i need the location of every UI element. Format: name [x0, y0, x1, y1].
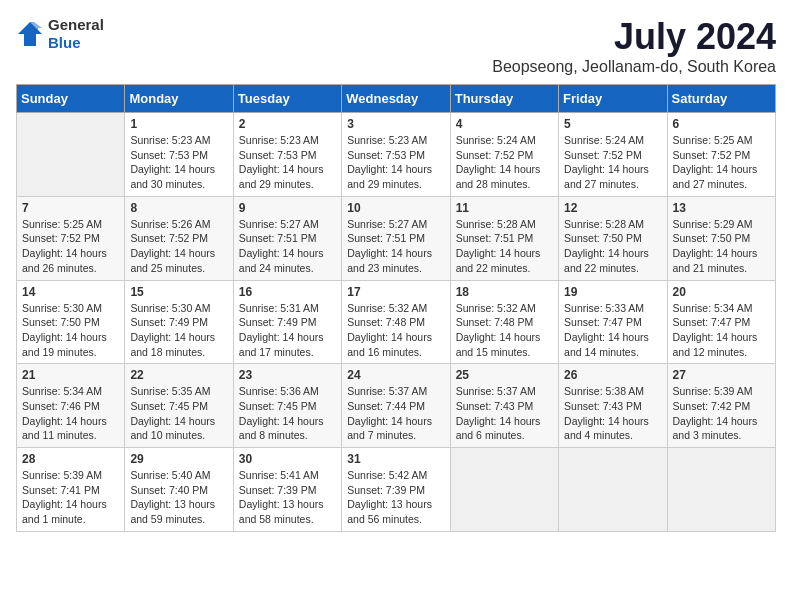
day-info: Sunrise: 5:41 AM Sunset: 7:39 PM Dayligh… [239, 468, 336, 527]
calendar-day-cell [667, 448, 775, 532]
day-info: Sunrise: 5:37 AM Sunset: 7:44 PM Dayligh… [347, 384, 444, 443]
calendar-day-cell: 20Sunrise: 5:34 AM Sunset: 7:47 PM Dayli… [667, 280, 775, 364]
day-number: 18 [456, 285, 553, 299]
logo: General Blue [16, 16, 104, 52]
calendar-week-row: 14Sunrise: 5:30 AM Sunset: 7:50 PM Dayli… [17, 280, 776, 364]
day-number: 24 [347, 368, 444, 382]
day-number: 11 [456, 201, 553, 215]
calendar-day-cell: 29Sunrise: 5:40 AM Sunset: 7:40 PM Dayli… [125, 448, 233, 532]
day-info: Sunrise: 5:25 AM Sunset: 7:52 PM Dayligh… [673, 133, 770, 192]
calendar-day-cell: 21Sunrise: 5:34 AM Sunset: 7:46 PM Dayli… [17, 364, 125, 448]
calendar-day-cell: 24Sunrise: 5:37 AM Sunset: 7:44 PM Dayli… [342, 364, 450, 448]
calendar-day-cell: 15Sunrise: 5:30 AM Sunset: 7:49 PM Dayli… [125, 280, 233, 364]
day-number: 9 [239, 201, 336, 215]
day-info: Sunrise: 5:31 AM Sunset: 7:49 PM Dayligh… [239, 301, 336, 360]
day-number: 15 [130, 285, 227, 299]
day-info: Sunrise: 5:28 AM Sunset: 7:50 PM Dayligh… [564, 217, 661, 276]
calendar-day-cell: 17Sunrise: 5:32 AM Sunset: 7:48 PM Dayli… [342, 280, 450, 364]
calendar-day-cell: 1Sunrise: 5:23 AM Sunset: 7:53 PM Daylig… [125, 113, 233, 197]
day-info: Sunrise: 5:25 AM Sunset: 7:52 PM Dayligh… [22, 217, 119, 276]
day-number: 1 [130, 117, 227, 131]
calendar-day-cell: 4Sunrise: 5:24 AM Sunset: 7:52 PM Daylig… [450, 113, 558, 197]
day-number: 14 [22, 285, 119, 299]
title-block: July 2024 Beopseong, Jeollanam-do, South… [492, 16, 776, 76]
calendar-day-cell: 26Sunrise: 5:38 AM Sunset: 7:43 PM Dayli… [559, 364, 667, 448]
calendar-weekday-header: Saturday [667, 85, 775, 113]
calendar-day-cell: 7Sunrise: 5:25 AM Sunset: 7:52 PM Daylig… [17, 196, 125, 280]
day-number: 3 [347, 117, 444, 131]
calendar-day-cell: 13Sunrise: 5:29 AM Sunset: 7:50 PM Dayli… [667, 196, 775, 280]
day-number: 10 [347, 201, 444, 215]
calendar-day-cell: 27Sunrise: 5:39 AM Sunset: 7:42 PM Dayli… [667, 364, 775, 448]
calendar-weekday-header: Sunday [17, 85, 125, 113]
calendar-week-row: 7Sunrise: 5:25 AM Sunset: 7:52 PM Daylig… [17, 196, 776, 280]
day-info: Sunrise: 5:30 AM Sunset: 7:50 PM Dayligh… [22, 301, 119, 360]
day-info: Sunrise: 5:33 AM Sunset: 7:47 PM Dayligh… [564, 301, 661, 360]
page-header: General Blue July 2024 Beopseong, Jeolla… [16, 16, 776, 76]
calendar-day-cell: 18Sunrise: 5:32 AM Sunset: 7:48 PM Dayli… [450, 280, 558, 364]
calendar-day-cell: 23Sunrise: 5:36 AM Sunset: 7:45 PM Dayli… [233, 364, 341, 448]
day-number: 28 [22, 452, 119, 466]
day-info: Sunrise: 5:32 AM Sunset: 7:48 PM Dayligh… [456, 301, 553, 360]
calendar-day-cell: 5Sunrise: 5:24 AM Sunset: 7:52 PM Daylig… [559, 113, 667, 197]
calendar-day-cell: 19Sunrise: 5:33 AM Sunset: 7:47 PM Dayli… [559, 280, 667, 364]
day-info: Sunrise: 5:34 AM Sunset: 7:47 PM Dayligh… [673, 301, 770, 360]
day-number: 25 [456, 368, 553, 382]
day-number: 20 [673, 285, 770, 299]
day-info: Sunrise: 5:27 AM Sunset: 7:51 PM Dayligh… [239, 217, 336, 276]
calendar-day-cell [17, 113, 125, 197]
day-info: Sunrise: 5:40 AM Sunset: 7:40 PM Dayligh… [130, 468, 227, 527]
calendar-day-cell: 11Sunrise: 5:28 AM Sunset: 7:51 PM Dayli… [450, 196, 558, 280]
day-info: Sunrise: 5:39 AM Sunset: 7:42 PM Dayligh… [673, 384, 770, 443]
calendar-day-cell [559, 448, 667, 532]
day-info: Sunrise: 5:38 AM Sunset: 7:43 PM Dayligh… [564, 384, 661, 443]
calendar-weekday-header: Wednesday [342, 85, 450, 113]
day-number: 29 [130, 452, 227, 466]
day-number: 2 [239, 117, 336, 131]
day-info: Sunrise: 5:34 AM Sunset: 7:46 PM Dayligh… [22, 384, 119, 443]
calendar-day-cell: 12Sunrise: 5:28 AM Sunset: 7:50 PM Dayli… [559, 196, 667, 280]
logo-text-general: General [48, 16, 104, 33]
day-info: Sunrise: 5:35 AM Sunset: 7:45 PM Dayligh… [130, 384, 227, 443]
calendar-body: 1Sunrise: 5:23 AM Sunset: 7:53 PM Daylig… [17, 113, 776, 532]
day-number: 13 [673, 201, 770, 215]
calendar-week-row: 21Sunrise: 5:34 AM Sunset: 7:46 PM Dayli… [17, 364, 776, 448]
calendar-weekday-header: Thursday [450, 85, 558, 113]
day-number: 8 [130, 201, 227, 215]
calendar-weekday-header: Friday [559, 85, 667, 113]
calendar-day-cell: 14Sunrise: 5:30 AM Sunset: 7:50 PM Dayli… [17, 280, 125, 364]
day-number: 27 [673, 368, 770, 382]
day-number: 7 [22, 201, 119, 215]
day-number: 19 [564, 285, 661, 299]
calendar-weekday-header: Tuesday [233, 85, 341, 113]
calendar-day-cell: 16Sunrise: 5:31 AM Sunset: 7:49 PM Dayli… [233, 280, 341, 364]
calendar-weekday-header: Monday [125, 85, 233, 113]
day-number: 17 [347, 285, 444, 299]
day-number: 6 [673, 117, 770, 131]
day-info: Sunrise: 5:29 AM Sunset: 7:50 PM Dayligh… [673, 217, 770, 276]
calendar-table: SundayMondayTuesdayWednesdayThursdayFrid… [16, 84, 776, 532]
day-info: Sunrise: 5:24 AM Sunset: 7:52 PM Dayligh… [456, 133, 553, 192]
calendar-day-cell: 28Sunrise: 5:39 AM Sunset: 7:41 PM Dayli… [17, 448, 125, 532]
calendar-day-cell: 9Sunrise: 5:27 AM Sunset: 7:51 PM Daylig… [233, 196, 341, 280]
day-info: Sunrise: 5:42 AM Sunset: 7:39 PM Dayligh… [347, 468, 444, 527]
day-info: Sunrise: 5:24 AM Sunset: 7:52 PM Dayligh… [564, 133, 661, 192]
calendar-day-cell: 30Sunrise: 5:41 AM Sunset: 7:39 PM Dayli… [233, 448, 341, 532]
day-info: Sunrise: 5:23 AM Sunset: 7:53 PM Dayligh… [130, 133, 227, 192]
day-info: Sunrise: 5:26 AM Sunset: 7:52 PM Dayligh… [130, 217, 227, 276]
calendar-day-cell: 25Sunrise: 5:37 AM Sunset: 7:43 PM Dayli… [450, 364, 558, 448]
calendar-day-cell: 22Sunrise: 5:35 AM Sunset: 7:45 PM Dayli… [125, 364, 233, 448]
logo-icon [16, 20, 44, 48]
day-number: 12 [564, 201, 661, 215]
day-info: Sunrise: 5:27 AM Sunset: 7:51 PM Dayligh… [347, 217, 444, 276]
day-number: 23 [239, 368, 336, 382]
day-number: 4 [456, 117, 553, 131]
calendar-day-cell: 3Sunrise: 5:23 AM Sunset: 7:53 PM Daylig… [342, 113, 450, 197]
day-info: Sunrise: 5:23 AM Sunset: 7:53 PM Dayligh… [239, 133, 336, 192]
day-number: 16 [239, 285, 336, 299]
calendar-week-row: 1Sunrise: 5:23 AM Sunset: 7:53 PM Daylig… [17, 113, 776, 197]
day-number: 30 [239, 452, 336, 466]
day-number: 26 [564, 368, 661, 382]
day-number: 21 [22, 368, 119, 382]
day-info: Sunrise: 5:30 AM Sunset: 7:49 PM Dayligh… [130, 301, 227, 360]
